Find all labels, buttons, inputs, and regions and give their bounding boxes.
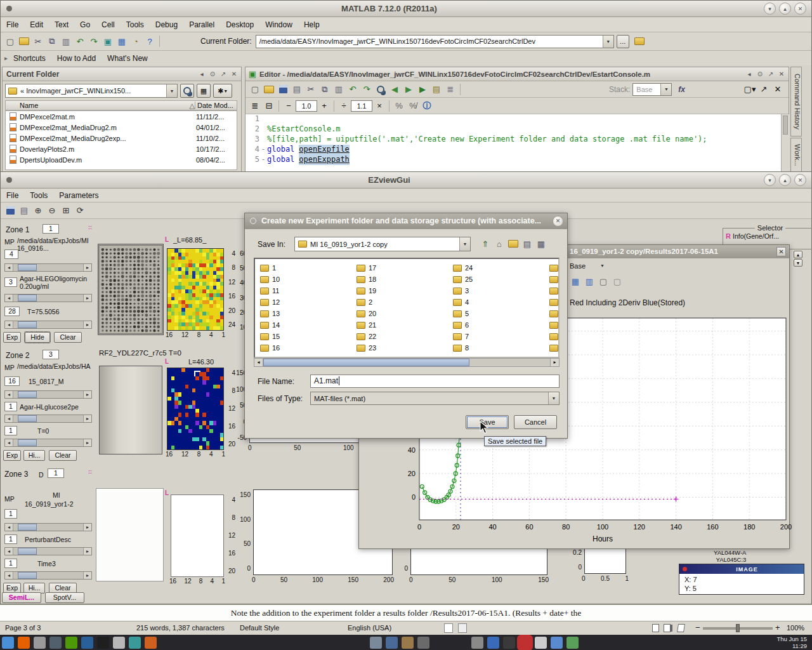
percent-break-icon[interactable]: %̸	[407, 100, 419, 112]
single-page-view-icon[interactable]	[652, 624, 659, 632]
folder-item[interactable]: 6	[453, 319, 473, 331]
slider-left-icon[interactable]: ◂	[5, 524, 13, 531]
zone1-plate-slider[interactable]: ◂▸	[4, 263, 92, 272]
zone2-exp-button[interactable]: Exp	[3, 450, 21, 461]
percent-icon[interactable]: %	[393, 100, 405, 112]
guide-icon[interactable]: ▦	[115, 35, 128, 48]
new-icon[interactable]: ▢	[249, 83, 261, 96]
simulink-icon[interactable]: ▣	[102, 35, 114, 48]
menu-item[interactable]: Text	[49, 18, 74, 31]
slider-right-icon[interactable]: ▸	[83, 321, 91, 328]
actions-button[interactable]: ▦	[197, 84, 211, 98]
breadcrumb[interactable]: « InovImager_jwrCF_WINLinx150...	[17, 87, 166, 95]
chevron-down-icon[interactable]: ▼	[548, 392, 559, 404]
zone1-time-slider[interactable]: ◂▸	[4, 321, 92, 329]
text-editor-icon[interactable]	[49, 637, 62, 649]
folder-item[interactable]: 15	[260, 331, 280, 342]
stack-base-value[interactable]: Base	[570, 262, 586, 270]
slider-left-icon[interactable]: ◂	[5, 415, 13, 422]
folder-item[interactable]: 21	[357, 319, 376, 331]
redo-icon[interactable]: ↷	[360, 83, 373, 96]
app-gray2-icon[interactable]	[471, 637, 483, 649]
scrollbar-thumb[interactable]	[783, 116, 788, 135]
menu-item[interactable]: Tools	[24, 189, 53, 202]
zone2-plate-field[interactable]: 16	[4, 376, 20, 386]
files-of-type-combo[interactable]: MAT-files (*.mat) ▼	[310, 392, 560, 405]
column-date[interactable]: Date Mod...	[195, 102, 237, 109]
zone3-media-field[interactable]: 1	[4, 534, 17, 544]
chevron-down-icon[interactable]: ▼	[660, 84, 671, 95]
zone1-media-slider[interactable]: ◂▸	[4, 294, 92, 302]
back-icon[interactable]: ◂	[745, 70, 754, 77]
editor-scrollbar[interactable]	[781, 114, 789, 171]
word-count[interactable]: 215 words, 1,387 characters	[136, 624, 225, 632]
slider-right-icon[interactable]: ▸	[83, 572, 91, 579]
link-tag-icon[interactable]: L	[165, 236, 169, 243]
shortcut-item[interactable]: What's New	[102, 52, 154, 65]
undock-icon[interactable]: ↗	[219, 70, 228, 77]
matlab-titlebar[interactable]: MATLAB 7.12.0 (R2011a) ▾ ▴ ✕	[1, 1, 811, 17]
rotate-icon[interactable]: ⟳	[74, 204, 86, 217]
slider-track[interactable]	[13, 321, 83, 328]
app-green2-icon[interactable]	[566, 637, 579, 649]
browse-folder-button[interactable]: ...	[617, 35, 629, 48]
menu-item[interactable]: Go	[74, 18, 96, 31]
zone2-index-field[interactable]: 3	[43, 350, 59, 359]
app-m4-icon[interactable]	[417, 637, 429, 649]
close-icon[interactable]: ✕	[771, 83, 784, 96]
slider-thumb[interactable]	[18, 439, 37, 446]
publish-icon[interactable]: ▤	[430, 83, 443, 96]
app-blue3-icon[interactable]	[551, 637, 563, 649]
slider-left-icon[interactable]: ◂	[5, 548, 13, 555]
pin-icon[interactable]: ⊙	[208, 70, 217, 77]
folder-list-hscrollbar[interactable]: ◂ ▸	[254, 358, 560, 367]
zone2-media-field[interactable]: 1	[4, 402, 17, 411]
file-table-header[interactable]: Name △ Date Mod...	[5, 100, 237, 110]
slider-thumb[interactable]	[18, 524, 37, 531]
close-icon[interactable]: ✕	[794, 3, 806, 15]
profiler-icon[interactable]: ◔	[129, 35, 142, 48]
zoom-level[interactable]: 100%	[787, 624, 804, 632]
slider-right-icon[interactable]: ▸	[83, 415, 91, 422]
cut-icon[interactable]: ✂	[304, 83, 317, 96]
file-manager-icon[interactable]	[34, 637, 46, 649]
workspace-tab[interactable]: Work...	[790, 138, 802, 172]
close-icon[interactable]: ✕	[553, 216, 563, 227]
zone1-plate-image[interactable]	[98, 244, 164, 335]
fx-icon[interactable]: fx	[678, 85, 685, 94]
folder-item[interactable]: 10	[260, 274, 280, 285]
folder-list[interactable]: 110111213141516 171819220212223 24253456…	[254, 258, 560, 358]
slider-thumb[interactable]	[18, 391, 37, 398]
slider-right-icon[interactable]: ▸	[83, 439, 91, 446]
app-m3-icon[interactable]	[402, 637, 414, 649]
new-script-icon[interactable]: ▢	[4, 35, 16, 48]
clock-date[interactable]: Thu Jun 15	[776, 635, 807, 642]
menu-item[interactable]: Desktop	[220, 18, 259, 31]
decrease-indent-icon[interactable]: −	[282, 100, 295, 112]
run-icon[interactable]: ▶	[416, 83, 429, 96]
file-name-field[interactable]: A1.mat	[310, 375, 560, 388]
folder-item[interactable]: 5	[453, 308, 473, 319]
package-green-icon[interactable]	[65, 637, 77, 649]
slider-left-icon[interactable]: ◂	[5, 321, 13, 328]
zone2-plate-image[interactable]	[99, 366, 162, 454]
pin-icon[interactable]: ⊙	[756, 70, 764, 77]
app-teal-icon[interactable]	[129, 637, 141, 649]
slider-track[interactable]	[13, 572, 83, 579]
chevron-down-icon[interactable]: ▼	[600, 263, 605, 268]
panel-icon[interactable]: ▢	[597, 275, 610, 288]
command-history-tab[interactable]: Command History	[790, 67, 802, 136]
shortcut-item[interactable]: How to Add	[51, 52, 102, 65]
up-folder-icon[interactable]	[633, 35, 646, 48]
multi-page-view-icon[interactable]	[664, 624, 671, 632]
folder-item[interactable]: 19	[357, 285, 376, 296]
link-tag-icon[interactable]: L	[165, 358, 169, 365]
column-name[interactable]: Name	[6, 102, 190, 109]
close-icon[interactable]: ✕	[776, 247, 786, 256]
folder-item[interactable]: 2	[357, 296, 376, 308]
app-menu-icon[interactable]	[2, 637, 14, 649]
document-modified-icon[interactable]	[458, 623, 467, 633]
folder-item[interactable]: 8	[453, 342, 473, 354]
zoom-in-icon[interactable]: ⊕	[32, 204, 44, 217]
zone3-plate-slider[interactable]: ◂▸	[4, 523, 92, 531]
